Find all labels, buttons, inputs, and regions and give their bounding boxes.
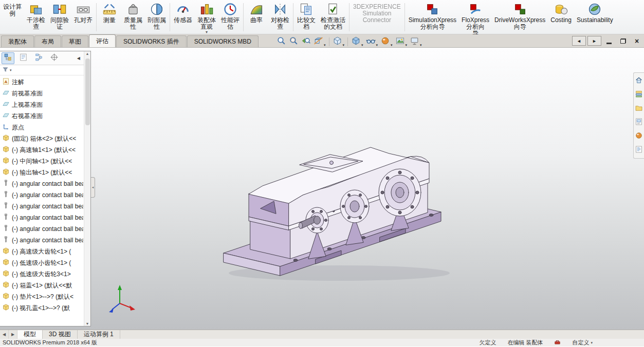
scroll-up-icon[interactable]: ▲	[86, 52, 89, 55]
zoom-fit-button[interactable]	[275, 35, 287, 48]
tree-item[interactable]: (-) 视孔盖<1>-->? (默	[2, 302, 83, 314]
ribbon-button-curvature[interactable]: 曲率	[245, 1, 268, 34]
ribbon-button-label: 比较文档	[297, 17, 316, 30]
tree-filter-bar[interactable]: ▾	[0, 65, 90, 75]
tree-item[interactable]: 右视基准面	[2, 110, 83, 122]
tree-pane-arrow-left[interactable]: ◀	[76, 56, 81, 61]
tree-item[interactable]: (-) 低速级大齿轮3<1>	[2, 268, 83, 280]
driveworksxpress-icon	[513, 2, 527, 16]
graphics-area[interactable]: ◀▶ ▾ A注解前视基准面上视基准面右视基准面原点(固定) 箱体<2> (默认<…	[0, 48, 644, 330]
tree-item[interactable]: (-) 高速级大齿轮<1> (	[2, 246, 83, 257]
zoom-fit-icon	[277, 36, 286, 47]
view-orientation-button[interactable]: ▾	[332, 35, 346, 48]
toolbox-status-icon[interactable]	[554, 339, 561, 346]
ribbon-button-symmetry-check[interactable]: 对称检查	[268, 1, 292, 34]
previous-view-button[interactable]	[300, 35, 312, 48]
view-orientation-icon	[333, 36, 342, 47]
tab-SOLIDWORKS MBD[interactable]: SOLIDWORKS MBD	[187, 35, 259, 47]
tree-item[interactable]: (-) 高速轴1<1> (默认<<	[2, 144, 83, 156]
ribbon-button-floxpress[interactable]: FloXpress分析向导	[459, 1, 492, 34]
tree-item[interactable]: (-) 箱盖<1> (默认<<默	[2, 280, 83, 291]
tree-scrollbar[interactable]: ▲ ▼	[84, 51, 90, 326]
file-explorer-tab[interactable]	[635, 104, 643, 113]
bottom-tab-motion-study[interactable]: 运动算例 1	[78, 330, 120, 339]
annotations-icon: A	[2, 78, 10, 87]
featuremanager-tree-tab[interactable]	[2, 52, 14, 64]
dimxpertmanager-tab[interactable]	[48, 52, 61, 64]
panel-splitter-handle[interactable]: ◂	[91, 177, 95, 198]
ribbon-button-section-properties[interactable]: 剖面属性	[145, 1, 169, 34]
ribbon-button-simulationxpress[interactable]: SimulationXpress分析向导	[406, 1, 459, 34]
zoom-area-button[interactable]	[288, 35, 300, 48]
ribbon-button-clearance-verify[interactable]: 间隙验证	[48, 1, 71, 34]
dropdown-caret-icon: ▾	[324, 43, 326, 47]
tree-item-label: (-) 低速级小齿轮<1> (	[12, 259, 71, 267]
tree-item[interactable]: 前视基准面	[2, 88, 83, 99]
scroll-tabs-right-button[interactable]: ▶	[9, 330, 17, 339]
scroll-down-icon[interactable]: ▼	[86, 322, 89, 325]
tree-item[interactable]: (-) 垫片<1>-->? (默认<	[2, 291, 83, 302]
tree-item[interactable]: (-) angular contact ball bearing	[2, 189, 83, 201]
section-view-button[interactable]: ▾	[312, 35, 327, 48]
ribbon-button-design-study[interactable]: 设计算例	[1, 1, 24, 34]
scroll-tabs-left-button[interactable]: ◀	[0, 330, 9, 339]
tree-item[interactable]: (-) angular contact ball bearing	[2, 212, 83, 223]
design-library-tab[interactable]	[635, 90, 643, 100]
section-properties-icon	[150, 2, 164, 16]
pane-left-button[interactable]: ◄	[572, 36, 586, 46]
gearbox-model[interactable]	[218, 110, 460, 284]
ribbon-button-compare-documents[interactable]: 比较文档	[295, 1, 318, 34]
tree-item[interactable]: A注解	[2, 76, 83, 88]
ribbon-button-hole-alignment[interactable]: 孔对齐	[71, 1, 95, 34]
ribbon-button-check-active-document[interactable]: 检查激活的文档	[318, 1, 348, 34]
ribbon-button-sustainability[interactable]: Sustainability	[574, 1, 616, 34]
tree-item-label: (-) angular contact ball bearing	[12, 203, 83, 210]
view-palette-icon	[635, 120, 643, 127]
status-item[interactable]: 自定义▾	[572, 339, 593, 346]
tab-草图[interactable]: 草图	[62, 35, 88, 47]
ribbon-button-driveworksxpress[interactable]: DriveWorksXpress向导	[492, 1, 548, 34]
ribbon-button-mass-properties[interactable]: 质量属性	[121, 1, 145, 34]
resources-tab[interactable]	[635, 76, 643, 86]
tree-item[interactable]: (-) 低速级小齿轮<1> (	[2, 257, 83, 268]
close-button[interactable]: ×	[631, 36, 643, 46]
pane-right-button[interactable]: ►	[587, 36, 601, 46]
restore-button[interactable]	[617, 36, 629, 46]
filter-funnel-icon	[2, 66, 9, 74]
tree-item[interactable]: 原点	[2, 122, 83, 133]
minimize-button[interactable]	[603, 36, 615, 46]
ribbon-button-measure[interactable]: 测量	[98, 1, 121, 34]
tree-item-label: (-) 低速级大齿轮3<1>	[12, 270, 71, 279]
tab-评估[interactable]: 评估	[89, 34, 116, 47]
configurationmanager-tab[interactable]	[32, 52, 45, 64]
tree-item[interactable]: 上视基准面	[2, 99, 83, 110]
ribbon-button-performance-evaluation[interactable]: 性能评估	[218, 1, 242, 34]
tree-item[interactable]: (-) 中间轴<1> (默认<<	[2, 156, 83, 167]
scrollbar-thumb[interactable]	[85, 59, 90, 125]
bottom-tab-3d-views[interactable]: 3D 视图	[43, 330, 78, 339]
view-palette-tab[interactable]	[635, 118, 643, 127]
tab-装配体[interactable]: 装配体	[1, 35, 34, 47]
ribbon-button-interference-check[interactable]: 干涉检查	[24, 1, 48, 34]
tree-item[interactable]: (-) angular contact ball bearing	[2, 201, 83, 212]
hide-show-items-button[interactable]: ▾	[365, 35, 379, 48]
tree-item[interactable]: (-) 输出轴<1> (默认<<	[2, 167, 83, 178]
tab-布局[interactable]: 布局	[34, 35, 61, 47]
edit-appearance-button[interactable]: ▾	[379, 35, 394, 48]
tree-item[interactable]: (固定) 箱体<2> (默认<<	[2, 133, 83, 144]
bottom-tab-model[interactable]: 模型	[17, 330, 43, 339]
tree-item[interactable]: (-) angular contact ball bearing	[2, 223, 83, 235]
ribbon-button-costing[interactable]: Costing	[548, 1, 574, 34]
view-settings-button[interactable]: ▾	[409, 35, 423, 48]
ribbon-button-assembly-visualization[interactable]: 装配体直观▾	[195, 1, 218, 34]
custom-properties-tab[interactable]	[635, 145, 643, 155]
tree-item[interactable]: (-) angular contact ball bearing	[2, 235, 83, 246]
propertymanager-tab[interactable]	[17, 52, 30, 64]
appearances-tab[interactable]	[635, 131, 643, 141]
apply-scene-button[interactable]: ▾	[394, 35, 409, 48]
tree-item[interactable]: (-) angular contact ball bearing	[2, 178, 83, 189]
tab-SOLIDWORKS 插件[interactable]: SOLIDWORKS 插件	[116, 35, 187, 47]
ribbon-button-sensor[interactable]: 传感器	[171, 1, 195, 34]
display-style-button[interactable]: ▾	[350, 35, 364, 48]
filter-caret-icon[interactable]: ▾	[10, 68, 12, 72]
